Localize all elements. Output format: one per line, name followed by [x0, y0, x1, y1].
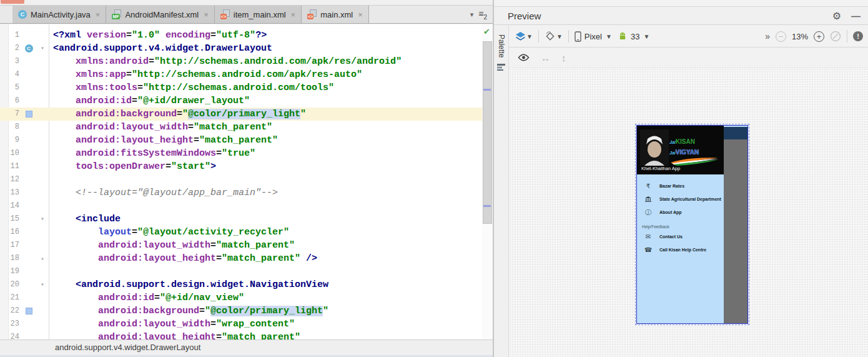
layout-variants-button[interactable]: ▼ — [515, 32, 533, 41]
expand-vertical-icon[interactable]: ↕ — [561, 53, 566, 63]
phone-icon: ☎ — [644, 246, 653, 253]
chevron-down-icon[interactable]: ▾ — [470, 11, 474, 19]
code-text: android:background="@color/primary_light… — [49, 304, 328, 318]
line-number: 24 — [0, 331, 21, 339]
bank-icon — [644, 196, 653, 202]
code-line[interactable]: 2C▾<android.support.v4.widget.DrawerLayo… — [0, 42, 482, 55]
fold-icon — [36, 265, 49, 278]
code-line[interactable]: 21 android:id="@+id/nav_view" — [0, 291, 482, 304]
drawer-menu: ₹Bazar RatesState Agricultural Departmen… — [637, 179, 724, 219]
code-text — [49, 199, 53, 213]
device-select[interactable]: Pixel ▼ — [575, 31, 612, 42]
expand-horizontal-icon[interactable]: ↔ — [541, 53, 550, 63]
color-swatch-icon[interactable] — [26, 308, 32, 314]
code-text: <android.support.v4.widget.DrawerLayout — [49, 42, 272, 55]
code-text: xmlns:tools="http://schemas.android.com/… — [49, 81, 334, 94]
line-number: 15 — [0, 213, 21, 226]
code-line[interactable]: 19 — [0, 265, 482, 278]
zoom-fit-icon — [830, 31, 841, 42]
code-editor[interactable]: 1<?xml version="1.0" encoding="utf-8"?>2… — [0, 24, 482, 339]
editor-tab-MainActivity.java[interactable]: CMainActivity.java× — [12, 6, 106, 23]
scrollbar-thumb[interactable] — [483, 41, 492, 224]
xml-file-icon: <> — [307, 9, 317, 19]
editor-tab-main.xml[interactable]: <>main.xml× — [302, 6, 369, 23]
code-line[interactable]: 4 xmlns:app="http://schemas.android.com/… — [0, 68, 482, 81]
api-level-select[interactable]: 33 ▼ — [618, 32, 649, 41]
code-line[interactable]: 22 android:background="@color/primary_li… — [0, 304, 482, 318]
manifest-file-icon: MF — [112, 9, 121, 19]
render-errors-button[interactable]: ! — [853, 31, 863, 41]
more-actions-button[interactable]: » — [765, 31, 770, 41]
code-line[interactable]: 24 android:layout_height="match_parent" — [0, 331, 482, 339]
preview-panel: Preview ⚙ — Palette ▼ ▼ Pixel — [494, 0, 868, 357]
fold-icon[interactable]: ▾ — [36, 42, 49, 55]
line-number: 21 — [0, 291, 21, 304]
zoom-in-button[interactable]: + — [814, 31, 824, 42]
code-line[interactable]: 11 tools:openDrawer="start"> — [0, 160, 482, 173]
design-surface[interactable]: JaiKISAN JaiVIGYAN Khet-Khalihan App ₹Ba… — [636, 125, 748, 324]
code-line[interactable]: 14 — [0, 199, 482, 213]
code-line[interactable]: 12 — [0, 173, 482, 186]
fold-icon — [36, 318, 49, 331]
design-canvas[interactable]: JaiKISAN JaiVIGYAN Khet-Khalihan App ₹Ba… — [509, 68, 868, 357]
fold-icon[interactable]: ▾ — [36, 278, 49, 291]
code-text: <!--layout="@layout/app_bar_main"--> — [49, 186, 278, 199]
fold-icon[interactable]: ▾ — [36, 213, 49, 226]
app-nav-header: JaiKISAN JaiVIGYAN Khet-Khalihan App — [637, 126, 724, 174]
code-line[interactable]: 18▴ android:layout_height="match_parent"… — [0, 252, 482, 265]
fold-icon[interactable]: ▴ — [36, 252, 49, 265]
code-text — [49, 173, 53, 186]
code-line[interactable]: 20▾ <android.support.design.widget.Navig… — [0, 278, 482, 291]
drawer-section-label: Help/Feedback — [642, 224, 724, 229]
fold-icon — [36, 55, 49, 68]
fold-icon — [36, 81, 49, 94]
breadcrumb[interactable]: android.support.v4.widget.DrawerLayout — [0, 339, 493, 355]
api-level: 33 — [631, 32, 639, 41]
palette-tab[interactable]: Palette — [497, 34, 506, 58]
line-number: 10 — [0, 147, 21, 160]
fold-icon — [36, 331, 49, 339]
java-class-icon: C — [18, 10, 27, 19]
code-text: xmlns:android="http://schemas.android.co… — [49, 55, 402, 68]
code-line[interactable]: 1<?xml version="1.0" encoding="utf-8"?> — [0, 29, 482, 42]
code-line[interactable]: 3 xmlns:android="http://schemas.android.… — [0, 55, 482, 68]
zoom-fit-button[interactable] — [830, 31, 841, 42]
editor-scrollbar[interactable]: ✔ — [482, 24, 493, 339]
code-text: android:background="@color/primary_light… — [49, 108, 306, 121]
code-line[interactable]: 10 android:fitsSystemWindows="true" — [0, 147, 482, 160]
view-options-button[interactable] — [518, 54, 530, 61]
drawer-menu-secondary: ✉Contact Us☎Call Kisan Help Centre — [637, 230, 724, 256]
code-line[interactable]: 23 android:layout_width="wrap_content" — [0, 318, 482, 331]
line-number: 14 — [0, 199, 21, 213]
tab-label: main.xml — [320, 10, 353, 19]
color-swatch-icon[interactable] — [26, 111, 32, 118]
zoom-out-button[interactable]: − — [776, 31, 786, 42]
app-actionbar — [724, 127, 747, 139]
tabbar-actions: ▾ ≡2 — [470, 6, 493, 23]
tab-close-icon[interactable]: × — [204, 10, 209, 19]
code-line[interactable]: 17 android:layout_width="match_parent" — [0, 239, 482, 252]
tab-close-icon[interactable]: × — [291, 10, 296, 19]
code-line[interactable]: 8 android:layout_width="match_parent" — [0, 121, 482, 134]
code-line[interactable]: 6 android:id="@+id/drawer_layout" — [0, 94, 482, 108]
code-line[interactable]: 5 xmlns:tools="http://schemas.android.co… — [0, 81, 482, 94]
editor-split-indicator[interactable]: ≡2 — [478, 9, 487, 21]
line-number: 7 — [0, 108, 21, 121]
gear-icon[interactable]: ⚙ — [832, 10, 841, 22]
line-number: 11 — [0, 160, 21, 173]
code-lines: 1<?xml version="1.0" encoding="utf-8"?>2… — [0, 29, 482, 339]
editor-tab-AndroidManifest.xml[interactable]: MFAndroidManifest.xml× — [106, 6, 214, 23]
breadcrumb-item[interactable]: android.support.v4.widget.DrawerLayout — [55, 343, 200, 352]
hide-panel-icon[interactable]: — — [851, 11, 861, 21]
code-line[interactable]: 16 layout="@layout/activity_recycler" — [0, 226, 482, 239]
tab-close-icon[interactable]: × — [96, 10, 101, 19]
editor-pane: CMainActivity.java×MFAndroidManifest.xml… — [0, 0, 493, 357]
tab-close-icon[interactable]: × — [358, 10, 363, 19]
code-line[interactable]: 9 android:layout_height="match_parent" — [0, 134, 482, 147]
palette-toolwindow-strip: Palette — [494, 26, 509, 357]
editor-tab-item_main.xml[interactable]: <>item_main.xml× — [215, 6, 302, 23]
orientation-button[interactable]: ▼ — [545, 31, 563, 42]
code-line[interactable]: 13 <!--layout="@layout/app_bar_main"--> — [0, 186, 482, 199]
code-line[interactable]: 7 android:background="@color/primary_lig… — [0, 108, 482, 121]
code-line[interactable]: 15▾ <include — [0, 213, 482, 226]
